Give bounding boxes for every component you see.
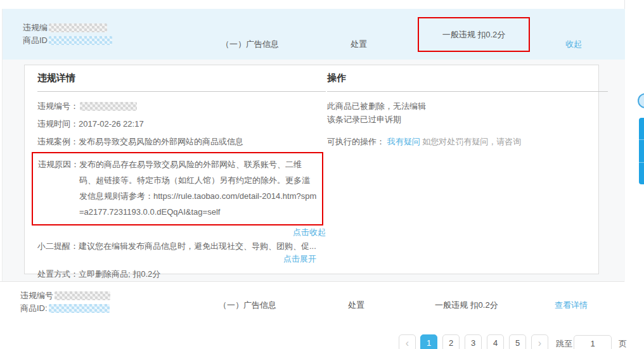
- disposal-value: 立即删除商品; 扣0.2分: [79, 268, 160, 280]
- operations-status-2: 该条记录已过申诉期: [327, 113, 608, 125]
- violation-category: （一）广告信息: [219, 300, 276, 311]
- disposal-label: 处置方式：: [37, 268, 79, 280]
- violation-no-label: 违规编: [23, 22, 48, 34]
- record-identifiers: 违规编号 商品ID:: [20, 289, 110, 315]
- page-button-5[interactable]: 5: [509, 334, 526, 349]
- violation-no-redacted: [55, 291, 110, 300]
- violation-case-label: 违规案例：: [37, 136, 79, 148]
- violation-detail-title: 违规详情: [37, 72, 326, 92]
- disposal-row: 处置方式： 立即删除商品; 扣0.2分: [37, 268, 326, 280]
- operations-status-1: 此商品已被删除，无法编辑: [327, 100, 608, 112]
- dispose-column-label: 处置: [348, 300, 364, 311]
- page-button-1[interactable]: 1: [420, 334, 437, 349]
- staff-tip-label: 小二提醒：: [37, 240, 79, 252]
- record-identifiers: 违规编 商品ID: [23, 22, 112, 47]
- expanded-detail-area: 违规详情 违规编号： 违规时间： 2017-02-26 22:17 违规案例： …: [3, 60, 625, 282]
- violation-records-page: 违规编 商品ID （一）广告信息 处置 一般违规 扣0.2分 收起 违规详情: [0, 0, 644, 349]
- expanded-record-header: 违规编 商品ID （一）广告信息 处置 一般违规 扣0.2分 收起: [3, 9, 625, 60]
- violation-case-row: 违规案例： 发布易导致交易风险的外部网站的商品或信息: [37, 136, 326, 148]
- penalty-text: 一般违规 扣0.2分: [442, 29, 506, 41]
- view-detail-link[interactable]: 查看详情: [555, 300, 588, 311]
- collapse-reason-link[interactable]: 点击收起: [293, 227, 326, 237]
- prev-page-button[interactable]: ‹: [399, 334, 416, 349]
- staff-tip-value: 建议您在编辑发布商品信息时，避免出现社交、导购、团购、促...: [79, 240, 316, 252]
- penalty-text: 一般违规 扣0.2分: [435, 300, 498, 311]
- page-unit-label: 页: [619, 338, 627, 349]
- floating-toolbar-segment[interactable]: [639, 163, 644, 184]
- collapsed-record-row: 违规编号 商品ID: （一）广告信息 处置 一般违规 扣0.2分 查看详情: [0, 282, 644, 330]
- item-id-label: 商品ID: [23, 34, 48, 47]
- item-id-redacted: [49, 304, 110, 313]
- collapse-record-link[interactable]: 收起: [565, 39, 582, 50]
- floating-toolbar-segment[interactable]: [639, 140, 644, 162]
- violation-reason-value: 发布的商品存在易导致交易风险的外部网站、联系账号、二维码、超链接等。特定市场（如…: [79, 156, 317, 220]
- violation-list: 违规编 商品ID （一）广告信息 处置 一般违规 扣0.2分 收起 违规详情: [2, 9, 624, 282]
- question-hint: 如您对处罚有疑问，请咨询: [422, 137, 521, 146]
- violation-no-label: 违规编号: [20, 289, 53, 302]
- floating-toolbar-segment[interactable]: [639, 118, 644, 140]
- jump-to-page-input[interactable]: [574, 335, 612, 349]
- item-id-redacted: [49, 36, 112, 45]
- violation-reason-label: 违规原因：: [38, 156, 79, 220]
- page-button-3[interactable]: 3: [465, 334, 482, 349]
- page-button-4[interactable]: 4: [487, 334, 504, 349]
- highlight-box-penalty: 一般违规 扣0.2分: [418, 17, 530, 52]
- executable-actions-row: 可执行的操作： 我有疑问 如您对处罚有疑问，请咨询: [327, 136, 608, 148]
- violation-time-label: 违规时间：: [37, 118, 79, 130]
- executable-actions-label: 可执行的操作：: [327, 137, 385, 146]
- violation-no-redacted: [80, 102, 137, 111]
- jump-to-label: 跳至: [556, 338, 572, 349]
- highlight-box-reason: 违规原因： 发布的商品存在易导致交易风险的外部网站、联系账号、二维码、超链接等。…: [32, 152, 323, 225]
- next-page-button[interactable]: ›: [531, 334, 548, 349]
- violation-category: （一）广告信息: [221, 39, 279, 50]
- item-id-label: 商品ID:: [20, 302, 48, 315]
- violation-detail-column: 违规详情 违规编号： 违规时间： 2017-02-26 22:17 违规案例： …: [37, 72, 326, 298]
- operations-title: 操作: [327, 72, 608, 92]
- violation-case-value: 发布易导致交易风险的外部网站的商品或信息: [79, 136, 243, 148]
- page-button-2[interactable]: 2: [442, 334, 460, 349]
- detail-card: 违规详情 违规编号： 违规时间： 2017-02-26 22:17 违规案例： …: [24, 65, 599, 274]
- staff-tip-row: 小二提醒： 建议您在编辑发布商品信息时，避免出现社交、导购、团购、促...: [37, 240, 326, 252]
- dispose-column-label: 处置: [351, 39, 367, 50]
- question-link[interactable]: 我有疑问: [387, 137, 420, 146]
- violation-no-redacted: [49, 23, 107, 32]
- operations-column: 操作 此商品已被删除，无法编辑 该条记录已过申诉期 可执行的操作： 我有疑问 如…: [327, 72, 608, 148]
- pagination: ‹ 1 2 3 4 5 › 跳至 页: [0, 334, 644, 349]
- expand-tip-link[interactable]: 点击展开: [283, 254, 316, 263]
- floating-toolbar[interactable]: [639, 118, 644, 184]
- violation-no-label: 违规编号：: [37, 100, 79, 112]
- violation-no-row: 违规编号：: [37, 100, 326, 112]
- violation-time-row: 违规时间： 2017-02-26 22:17: [37, 118, 326, 130]
- violation-time-value: 2017-02-26 22:17: [79, 118, 144, 130]
